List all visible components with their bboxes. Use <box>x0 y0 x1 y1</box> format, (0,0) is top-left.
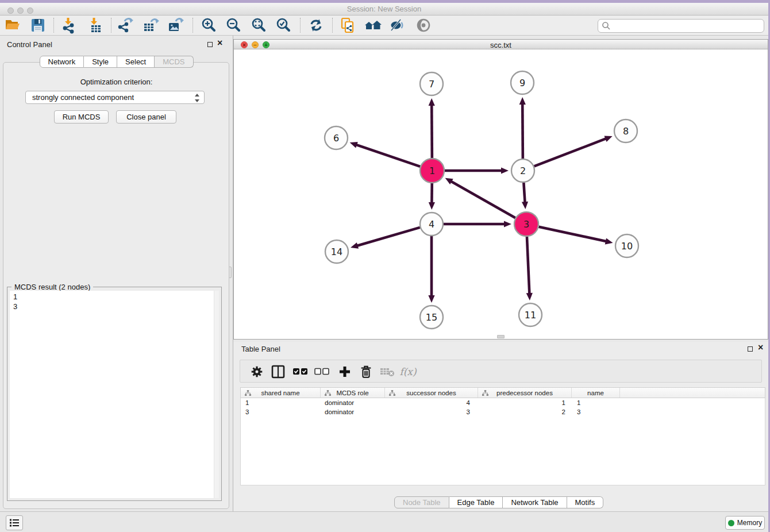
table-body[interactable]: 1 dominator 4 1 1 3 dominator 3 2 3 <box>240 398 765 485</box>
task-history-button[interactable] <box>6 515 23 530</box>
graph-edge-2-3[interactable] <box>523 183 525 203</box>
run-mcds-button[interactable]: Run MCDS <box>54 110 109 124</box>
memory-label: Memory <box>737 519 762 527</box>
graph-edge-arrowhead <box>429 202 435 210</box>
graph-edge-arrowhead <box>351 242 359 249</box>
zoom-in-icon[interactable] <box>200 17 217 34</box>
search-input[interactable] <box>611 22 764 30</box>
export-network-icon[interactable] <box>117 17 134 34</box>
tab-network-table[interactable]: Network Table <box>503 496 567 508</box>
select-all-icon[interactable] <box>292 364 309 380</box>
table-row[interactable]: 3 dominator 3 2 3 <box>241 407 765 417</box>
export-table-icon[interactable] <box>142 17 159 34</box>
home-layout-icon[interactable] <box>364 17 382 34</box>
close-panel-icon[interactable]: × <box>217 38 222 48</box>
export-image-icon[interactable] <box>167 17 184 34</box>
float-table-panel-icon[interactable] <box>748 346 753 352</box>
control-panel-tabs: Network Style Select MCDS <box>39 56 193 68</box>
column-header-shared-name[interactable]: shared name <box>241 388 321 398</box>
tab-mcds[interactable]: MCDS <box>155 56 193 68</box>
graph-edge-4-14[interactable] <box>357 228 420 246</box>
graph-edge-label-mark <box>522 124 523 129</box>
memory-button[interactable]: Memory <box>725 516 765 530</box>
network-window-titlebar[interactable]: × − + scc.txt <box>234 39 768 49</box>
zoom-fit-icon[interactable] <box>250 17 267 34</box>
graph-node-label: 6 <box>333 133 339 144</box>
mcds-result-text: 1 3 <box>13 292 211 498</box>
tab-motifs[interactable]: Motifs <box>567 496 604 508</box>
split-columns-icon[interactable] <box>270 364 286 380</box>
graph-edge-1-6[interactable] <box>356 145 420 167</box>
table-row[interactable]: 1 dominator 4 1 1 <box>241 398 765 407</box>
column-header-mcds-role[interactable]: MCDS role <box>321 388 385 398</box>
tab-edge-table[interactable]: Edge Table <box>449 496 503 508</box>
network-window-title: scc.txt <box>234 41 768 49</box>
network-graph[interactable]: 1234678910111415 <box>234 49 768 339</box>
deselect-all-icon[interactable] <box>314 364 330 380</box>
graph-edge-3-11[interactable] <box>527 237 529 294</box>
graph-edge-1-7[interactable] <box>432 105 432 158</box>
graph-edge-arrowhead <box>522 202 528 209</box>
network-view-window: × − + scc.txt 1234678910111415 <box>233 39 768 340</box>
zoom-out-icon[interactable] <box>225 17 242 34</box>
window-title: Session: New Session <box>0 5 768 13</box>
optimization-criterion-label: Optimization criterion: <box>0 78 233 86</box>
table-settings-gear-icon[interactable] <box>249 364 265 380</box>
delete-table-icon[interactable] <box>379 364 395 380</box>
graph-edge-label-mark <box>431 125 433 129</box>
column-type-icon <box>325 390 331 396</box>
column-header-name[interactable]: name <box>572 388 620 398</box>
tab-network[interactable]: Network <box>39 56 84 68</box>
graph-edge-3-1[interactable] <box>451 181 515 218</box>
toolbar-separator <box>192 18 193 33</box>
column-header-filler <box>620 388 765 398</box>
graph-edge-3-10[interactable] <box>538 227 606 242</box>
import-network-icon[interactable] <box>60 17 78 34</box>
criterion-selected-value: strongly connected component <box>32 93 134 102</box>
refresh-icon[interactable] <box>307 17 325 34</box>
open-session-icon[interactable] <box>4 17 21 34</box>
mcds-result-area[interactable]: 1 3 <box>10 291 219 498</box>
criterion-select[interactable]: strongly connected component <box>25 91 205 104</box>
graph-node-label: 2 <box>520 165 526 176</box>
table-toolbar: f(x) <box>240 360 762 383</box>
function-builder-icon[interactable]: f(x) <box>400 364 416 380</box>
control-panel: Control Panel × Network Style Select MCD… <box>0 36 233 511</box>
graph-edge-2-8[interactable] <box>534 138 607 166</box>
import-table-icon[interactable] <box>86 17 103 34</box>
save-session-icon[interactable] <box>29 17 47 34</box>
add-column-plus-icon[interactable] <box>337 364 353 380</box>
result-scrollbar[interactable] <box>214 291 219 498</box>
tab-select[interactable]: Select <box>117 56 155 68</box>
toolbar-separator <box>300 18 301 33</box>
hide-labels-icon[interactable] <box>389 17 406 34</box>
column-type-icon <box>245 390 251 396</box>
network-resize-grip[interactable] <box>497 335 505 338</box>
search-icon <box>602 21 611 30</box>
show-details-eye-icon[interactable] <box>415 17 432 34</box>
graph-node-label: 8 <box>623 126 629 137</box>
table-panel-title: Table Panel <box>241 345 280 353</box>
column-header-predecessor-nodes[interactable]: predecessor nodes <box>478 388 572 398</box>
column-type-icon <box>389 390 395 396</box>
graph-node-label: 9 <box>519 78 525 88</box>
table-header-row: shared name MCDS role successor nodes pr… <box>240 387 765 398</box>
graph-node-label: 11 <box>525 310 536 321</box>
graph-edge-2-9[interactable] <box>522 103 523 159</box>
float-panel-icon[interactable] <box>207 42 213 47</box>
search-field[interactable] <box>598 19 764 33</box>
graph-edge-arrowhead <box>429 98 435 106</box>
close-table-panel-icon[interactable]: × <box>758 342 763 353</box>
column-header-successor-nodes[interactable]: successor nodes <box>385 388 478 398</box>
toolbar-separator <box>111 18 111 33</box>
tab-style[interactable]: Style <box>84 56 117 68</box>
close-panel-button[interactable]: Close panel <box>116 110 176 124</box>
column-type-icon <box>482 390 488 396</box>
clone-network-icon[interactable] <box>339 17 356 34</box>
zoom-selected-icon[interactable] <box>275 17 292 34</box>
graph-edge-arrowhead <box>501 167 509 174</box>
delete-column-trash-icon[interactable] <box>358 364 374 380</box>
tab-node-table[interactable]: Node Table <box>394 496 449 508</box>
graph-edge-arrowhead <box>605 238 613 244</box>
graph-edge-label-mark <box>477 223 482 225</box>
